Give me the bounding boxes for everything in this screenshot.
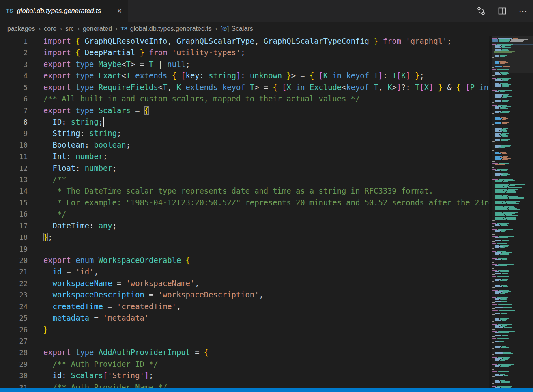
indent-guide: [45, 174, 45, 185]
line-number[interactable]: 7: [0, 105, 28, 116]
code-text: /** Auth Provider ID */: [28, 359, 158, 370]
code-line[interactable]: 11 Int: number;: [0, 151, 489, 162]
code-line[interactable]: 3export type Maybe<T> = T | null;: [0, 59, 489, 70]
vscode-window: TS global.db.types.generated.ts ×: [0, 0, 533, 392]
indent-guide: [45, 382, 45, 388]
line-number[interactable]: 3: [0, 59, 28, 70]
code-text: export type Scalars = {: [28, 105, 149, 116]
code-line[interactable]: 18};: [0, 232, 489, 243]
tab-close-icon[interactable]: ×: [116, 6, 123, 15]
breadcrumb-item[interactable]: src: [65, 25, 74, 32]
line-number[interactable]: 13: [0, 174, 28, 185]
symbol-type-icon: [⊘]: [220, 25, 229, 32]
line-number[interactable]: 6: [0, 93, 28, 105]
line-number[interactable]: 5: [0, 82, 28, 93]
line-number[interactable]: 22: [0, 278, 28, 289]
line-number[interactable]: 8: [0, 116, 28, 128]
code-line[interactable]: 29 /** Auth Provider ID */: [0, 359, 489, 370]
code-line[interactable]: 12 Float: number;: [0, 163, 489, 174]
line-number[interactable]: 15: [0, 197, 28, 209]
line-number[interactable]: 20: [0, 255, 28, 266]
code-line[interactable]: 30 id: Scalars['String'];: [0, 370, 489, 381]
breadcrumb-item[interactable]: packages: [7, 25, 35, 32]
line-number[interactable]: 14: [0, 185, 28, 197]
code-line[interactable]: 22 workspaceName = 'workspaceName',: [0, 278, 489, 289]
code-line[interactable]: 21 id = 'id',: [0, 266, 489, 278]
code-line[interactable]: 28export type AddAuthProviderInput = {: [0, 347, 489, 358]
code-line[interactable]: 25 metadata = 'metadata': [0, 312, 489, 324]
line-number[interactable]: 21: [0, 266, 28, 278]
line-number[interactable]: 18: [0, 232, 28, 243]
breadcrumb-item[interactable]: generated: [83, 25, 112, 32]
line-number[interactable]: 23: [0, 289, 28, 301]
line-number[interactable]: 4: [0, 70, 28, 82]
line-number[interactable]: 10: [0, 140, 28, 151]
line-number[interactable]: 2: [0, 47, 28, 58]
code-line[interactable]: 8 ID: string;: [0, 116, 489, 128]
split-editor-icon[interactable]: [498, 6, 507, 15]
line-number[interactable]: 11: [0, 151, 28, 162]
minimap[interactable]: [492, 36, 533, 388]
code-line[interactable]: 7export type Scalars = {: [0, 105, 489, 116]
code-line[interactable]: 16 */: [0, 209, 489, 220]
line-number[interactable]: 12: [0, 163, 28, 174]
indent-guide: [45, 140, 45, 151]
code-text: * The DateTime scalar type represents da…: [28, 185, 433, 197]
indent-guide: [45, 116, 45, 128]
code-line[interactable]: 15 * For example: "1985-04-12T23:20:50.5…: [0, 197, 489, 209]
code-line[interactable]: 5export type RequireFields<T, K extends …: [0, 82, 489, 93]
typescript-file-icon: TS: [121, 26, 128, 32]
breadcrumb-separator-icon: ›: [60, 25, 62, 33]
code-text: export type RequireFields<T, K extends k…: [28, 82, 489, 93]
code-line[interactable]: 26}: [0, 324, 489, 336]
code-line[interactable]: 1import { GraphQLResolveInfo, GraphQLSca…: [0, 36, 489, 47]
code-line[interactable]: 31 /** Auth Provider Name */: [0, 382, 489, 388]
code-text: [28, 336, 43, 347]
code-line[interactable]: 23 workspaceDescription = 'workspaceDesc…: [0, 289, 489, 301]
line-number[interactable]: 29: [0, 359, 28, 370]
code-text: * For example: "1985-04-12T23:20:50.52Z"…: [28, 197, 489, 209]
code-line[interactable]: 19: [0, 243, 489, 255]
code-line[interactable]: 17 DateTime: any;: [0, 220, 489, 232]
indent-guide: [45, 312, 45, 324]
breadcrumb-item[interactable]: core: [44, 25, 56, 32]
line-number[interactable]: 25: [0, 312, 28, 324]
indent-guide: [45, 289, 45, 301]
line-number[interactable]: 27: [0, 336, 28, 347]
line-number[interactable]: 1: [0, 36, 28, 47]
line-number[interactable]: 9: [0, 128, 28, 139]
line-number[interactable]: 31: [0, 382, 28, 388]
tab-bar: TS global.db.types.generated.ts ×: [0, 0, 533, 22]
line-number[interactable]: 16: [0, 209, 28, 220]
breadcrumb-separator-icon: ›: [77, 25, 80, 33]
line-number[interactable]: 30: [0, 370, 28, 381]
code-line[interactable]: 4export type Exact<T extends { [key: str…: [0, 70, 489, 82]
code-line[interactable]: 10 Boolean: boolean;: [0, 140, 489, 151]
breadcrumb-label: global.db.types.generated.ts: [130, 25, 212, 32]
code-line[interactable]: 6/** All built-in and custom scalars, ma…: [0, 93, 489, 105]
open-changes-icon[interactable]: [477, 6, 486, 15]
code-line[interactable]: 2import { DeepPartial } from 'utility-ty…: [0, 47, 489, 58]
status-bar[interactable]: [0, 388, 533, 392]
code-line[interactable]: 20export enum WorkspaceOrderable {: [0, 255, 489, 266]
breadcrumb-item[interactable]: [⊘]Scalars: [220, 25, 253, 32]
breadcrumb-item[interactable]: TSglobal.db.types.generated.ts: [121, 25, 212, 32]
code-editor[interactable]: 1import { GraphQLResolveInfo, GraphQLSca…: [0, 36, 489, 388]
code-line[interactable]: 9 String: string;: [0, 128, 489, 139]
code-line[interactable]: 27: [0, 336, 489, 347]
code-line[interactable]: 24 createdTime = 'createdTime',: [0, 301, 489, 312]
code-line[interactable]: 13 /**: [0, 174, 489, 185]
indent-guide: [45, 209, 45, 220]
line-number[interactable]: 24: [0, 301, 28, 312]
line-number[interactable]: 19: [0, 243, 28, 255]
more-actions-icon[interactable]: ⋯: [519, 6, 527, 16]
code-line[interactable]: 14 * The DateTime scalar type represents…: [0, 185, 489, 197]
line-number[interactable]: 28: [0, 347, 28, 358]
code-text: };: [28, 232, 53, 243]
tab-global-db-types-generated[interactable]: TS global.db.types.generated.ts ×: [0, 0, 128, 22]
line-number[interactable]: 26: [0, 324, 28, 336]
line-number[interactable]: 17: [0, 220, 28, 232]
code-text: id: Scalars['String'];: [28, 370, 153, 381]
editor-actions: ⋯: [477, 0, 527, 22]
code-text: ID: string;: [28, 116, 104, 128]
